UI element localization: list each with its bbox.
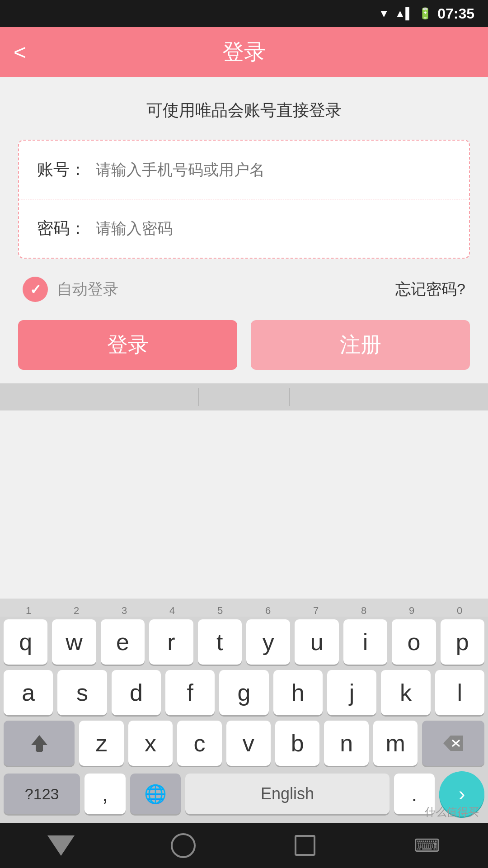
keyboard-row-2: a s d f g h j k l bbox=[0, 667, 488, 718]
key-s[interactable]: s bbox=[57, 670, 107, 715]
nav-bar: ⌨ bbox=[0, 823, 488, 868]
header: < 登录 bbox=[0, 27, 488, 77]
key-n[interactable]: n bbox=[324, 721, 368, 766]
svg-rect-1 bbox=[37, 750, 42, 752]
key-num123[interactable]: ?123 bbox=[4, 774, 80, 814]
password-label: 密码： bbox=[37, 217, 87, 240]
num-hint-5: 5 bbox=[196, 605, 244, 617]
gray-strip bbox=[0, 383, 488, 410]
main-content: 可使用唯品会账号直接登录 账号： 密码： 自动登录 忘记密码? 登录 注册 bbox=[0, 77, 488, 383]
account-field-row: 账号： bbox=[19, 141, 469, 199]
num-hint-4: 4 bbox=[148, 605, 196, 617]
auto-login-checkbox[interactable] bbox=[23, 277, 48, 302]
wifi-icon: ▼ bbox=[379, 7, 389, 20]
number-hint-row: 1 2 3 4 5 6 7 8 9 0 bbox=[0, 599, 488, 617]
space-key[interactable]: English bbox=[185, 774, 389, 814]
status-time: 07:35 bbox=[437, 5, 474, 22]
key-k[interactable]: k bbox=[381, 670, 430, 715]
key-t[interactable]: t bbox=[198, 619, 242, 665]
key-g[interactable]: g bbox=[219, 670, 268, 715]
login-button[interactable]: 登录 bbox=[18, 320, 237, 370]
keyboard-row-bottom: ?123 , 🌐 English . › bbox=[0, 769, 488, 823]
watermark: 什么值得买 bbox=[425, 805, 479, 819]
key-h[interactable]: h bbox=[273, 670, 323, 715]
key-j[interactable]: j bbox=[327, 670, 376, 715]
key-l[interactable]: l bbox=[435, 670, 484, 715]
key-a[interactable]: a bbox=[4, 670, 53, 715]
num-hint-6: 6 bbox=[244, 605, 292, 617]
key-c[interactable]: c bbox=[177, 721, 221, 766]
nav-back-triangle-icon bbox=[47, 835, 75, 856]
login-form-card: 账号： 密码： bbox=[18, 140, 470, 259]
password-field-row: 密码： bbox=[19, 199, 469, 258]
num-hint-1: 1 bbox=[5, 605, 52, 617]
back-button[interactable]: < bbox=[14, 40, 26, 65]
num-hint-8: 8 bbox=[340, 605, 388, 617]
key-r[interactable]: r bbox=[149, 619, 193, 665]
globe-key[interactable]: 🌐 bbox=[130, 774, 181, 814]
nav-home-circle-icon bbox=[171, 833, 196, 858]
enter-arrow-icon: › bbox=[459, 783, 465, 805]
status-bar: ▼ ▲▌ 🔋 07:35 bbox=[0, 0, 488, 27]
key-u[interactable]: u bbox=[295, 619, 338, 665]
num-hint-9: 9 bbox=[388, 605, 436, 617]
key-o[interactable]: o bbox=[392, 619, 436, 665]
auto-login-left: 自动登录 bbox=[23, 277, 118, 302]
page-title: 登录 bbox=[222, 38, 266, 66]
register-button[interactable]: 注册 bbox=[251, 320, 470, 370]
num-hint-3: 3 bbox=[100, 605, 148, 617]
key-m[interactable]: m bbox=[373, 721, 418, 766]
action-buttons-row: 登录 注册 bbox=[18, 320, 470, 370]
keyboard: 1 2 3 4 5 6 7 8 9 0 q w e r t y u i o p … bbox=[0, 599, 488, 823]
key-v[interactable]: v bbox=[226, 721, 271, 766]
nav-recent-button[interactable] bbox=[287, 827, 323, 863]
key-comma[interactable]: , bbox=[84, 774, 125, 814]
key-b[interactable]: b bbox=[275, 721, 319, 766]
auto-login-row: 自动登录 忘记密码? bbox=[18, 277, 470, 302]
key-q[interactable]: q bbox=[4, 619, 47, 665]
account-input[interactable] bbox=[96, 161, 451, 179]
key-f[interactable]: f bbox=[165, 670, 215, 715]
key-z[interactable]: z bbox=[79, 721, 123, 766]
login-subtitle: 可使用唯品会账号直接登录 bbox=[18, 99, 470, 122]
forgot-password-link[interactable]: 忘记密码? bbox=[395, 279, 465, 300]
key-e[interactable]: e bbox=[101, 619, 145, 665]
num-hint-2: 2 bbox=[52, 605, 100, 617]
account-label: 账号： bbox=[37, 159, 87, 181]
key-p[interactable]: p bbox=[441, 619, 484, 665]
key-i[interactable]: i bbox=[343, 619, 387, 665]
key-y[interactable]: y bbox=[246, 619, 290, 665]
auto-login-label: 自动登录 bbox=[57, 279, 118, 300]
shift-key[interactable] bbox=[4, 721, 75, 766]
key-w[interactable]: w bbox=[52, 619, 96, 665]
backspace-key[interactable] bbox=[422, 721, 484, 766]
signal-icon: ▲▌ bbox=[394, 7, 413, 20]
keyboard-row-3: z x c v b n m bbox=[0, 718, 488, 769]
num-hint-7: 7 bbox=[292, 605, 340, 617]
nav-recent-square-icon bbox=[295, 835, 315, 856]
status-icons: ▼ ▲▌ 🔋 07:35 bbox=[379, 5, 474, 22]
battery-icon: 🔋 bbox=[418, 7, 432, 20]
key-x[interactable]: x bbox=[128, 721, 173, 766]
keyboard-row-1: q w e r t y u i o p bbox=[0, 617, 488, 667]
password-input[interactable] bbox=[96, 220, 451, 237]
key-d[interactable]: d bbox=[112, 670, 161, 715]
nav-back-button[interactable] bbox=[43, 827, 79, 863]
svg-marker-0 bbox=[31, 735, 47, 751]
nav-keyboard-icon: ⌨ bbox=[414, 835, 440, 856]
nav-keyboard-button[interactable]: ⌨ bbox=[409, 827, 445, 863]
num-hint-0: 0 bbox=[436, 605, 483, 617]
nav-home-button[interactable] bbox=[165, 827, 201, 863]
